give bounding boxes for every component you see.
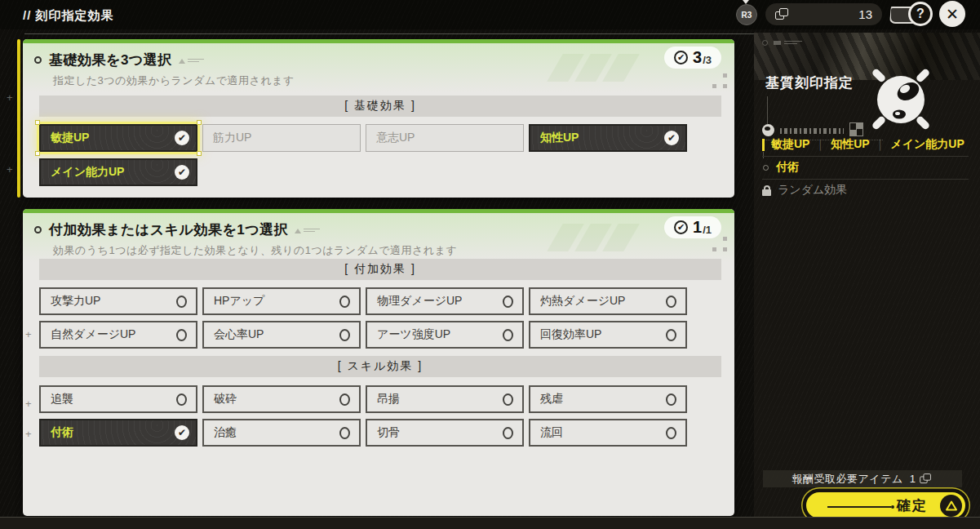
qr-decoration: [850, 123, 862, 136]
check-circle-icon: ✔: [674, 51, 688, 64]
radio-circle-icon: [666, 296, 676, 308]
sidebar-divider: [762, 156, 969, 157]
selection-counter: ✔ 3 /3: [664, 47, 721, 69]
plus-decoration: +: [25, 428, 32, 440]
option-button-heal[interactable]: 治癒: [202, 419, 361, 447]
option-button-will-up[interactable]: 意志UP: [366, 124, 524, 152]
help-button[interactable]: ?: [908, 2, 933, 26]
selected-basic-effects: 敏捷UP ｜ 知性UP ｜ メイン能力UP: [762, 137, 964, 152]
option-button-main-stat-up[interactable]: メイン能力UP ✔: [39, 158, 197, 186]
option-button-crit-rate-up[interactable]: 会心率UP: [202, 321, 361, 349]
panel-description: 効果のうち1つは必ず指定した効果となり、残りの1つはランダムで適用されます: [53, 243, 457, 258]
plus-decoration: +: [7, 163, 13, 176]
matrix-creature-icon: [867, 65, 935, 134]
plus-decoration: +: [7, 91, 13, 104]
page-title: // 刻印指定効果: [23, 0, 114, 29]
count-total: /1: [703, 224, 712, 236]
radio-circle-icon: [176, 329, 187, 341]
option-button-heat-dmg-up[interactable]: 灼熱ダメージUP: [529, 287, 687, 315]
option-button-flow-return[interactable]: 流回: [529, 419, 687, 447]
sidebar-line-decoration: [767, 96, 768, 124]
triangle-button-icon: [940, 495, 962, 517]
sphere-icon: [762, 124, 774, 136]
check-icon: ✔: [175, 165, 189, 180]
option-label: HPアップ: [214, 294, 264, 309]
selected-effect: メイン能力UP: [890, 137, 964, 152]
option-label: 残虐: [540, 392, 563, 407]
option-button-attack-up[interactable]: 攻撃力UP: [39, 287, 197, 315]
radio-circle-icon: [503, 427, 513, 439]
option-button-nature-dmg-up[interactable]: 自然ダメージUP: [39, 321, 197, 349]
sidebar-title: 基質刻印指定: [765, 73, 854, 92]
check-circle-icon: ✔: [674, 220, 688, 234]
circle-bullet-icon: [763, 165, 769, 171]
option-button-shatter[interactable]: 破砕: [202, 385, 361, 413]
radio-circle-icon: [503, 393, 513, 406]
option-label: 敏捷UP: [51, 131, 89, 145]
active-panel-indicator: [17, 39, 20, 198]
section-header-basic: [ 基礎効果 ]: [39, 96, 721, 117]
panel-description: 指定した3つの効果からランダムで適用されます: [53, 73, 295, 88]
header-watermark: [555, 54, 628, 82]
item-count: 13: [858, 7, 872, 21]
option-label: 破砕: [214, 392, 237, 407]
option-button-hp-up[interactable]: HPアップ: [202, 287, 361, 315]
check-icon: ✔: [664, 131, 679, 145]
section-header-skill: [ スキル効果 ]: [39, 356, 721, 377]
option-button-agility-up[interactable]: 敏捷UP ✔: [39, 124, 197, 152]
reward-label: 報酬受取必要アイテム: [792, 472, 903, 487]
selection-counter: ✔ 1 /1: [664, 216, 721, 238]
option-button-enchant[interactable]: 付術 ✔: [39, 419, 197, 447]
option-button-strength-up[interactable]: 筋力UP: [202, 124, 361, 152]
check-icon: ✔: [175, 131, 189, 145]
radio-circle-icon: [503, 329, 513, 341]
option-button-intellect-up[interactable]: 知性UP ✔: [529, 124, 687, 152]
imprint-item-icon: [920, 473, 932, 484]
yellow-marker: [762, 139, 765, 151]
option-label: メイン能力UP: [51, 165, 124, 180]
option-label: 知性UP: [540, 131, 579, 145]
radio-circle-icon: [503, 296, 513, 308]
radio-circle-icon: [339, 329, 350, 341]
option-button-cruelty[interactable]: 残虐: [529, 385, 687, 413]
option-label: 追襲: [51, 392, 73, 407]
option-button-arts-strength-up[interactable]: アーツ強度UP: [366, 321, 524, 349]
r3-shortcut-button[interactable]: R3: [736, 4, 757, 25]
option-button-bone-cut[interactable]: 切骨: [366, 419, 524, 447]
radio-circle-icon: [339, 427, 350, 439]
panel-bullet-icon: [34, 56, 42, 64]
radio-circle-icon: [176, 393, 187, 406]
item-counter[interactable]: 13: [765, 3, 882, 25]
option-button-healing-up[interactable]: 回復効率UP: [529, 321, 687, 349]
option-label: 意志UP: [376, 131, 415, 145]
option-button-exaltation[interactable]: 昂揚: [366, 385, 524, 413]
sidebar-divider: [762, 179, 969, 180]
confirm-label: 確定: [897, 496, 928, 515]
tick-decoration: [763, 152, 764, 158]
option-button-physical-dmg-up[interactable]: 物理ダメージUP: [366, 287, 524, 315]
random-effect-row: ランダム効果: [762, 183, 847, 198]
header-watermark: [555, 224, 628, 251]
title-decoration: [179, 56, 206, 64]
radio-circle-icon: [666, 393, 676, 406]
option-button-pursuit[interactable]: 追襲: [39, 385, 197, 413]
radio-circle-icon: [339, 296, 350, 308]
selected-effect: 知性UP: [831, 137, 869, 152]
dots-decoration: [712, 237, 729, 253]
option-label: 筋力UP: [213, 131, 251, 145]
section-header-additional: [ 付加効果 ]: [39, 259, 721, 280]
option-label: 会心率UP: [214, 327, 264, 342]
lock-icon: [762, 185, 771, 196]
option-label: 物理ダメージUP: [377, 294, 462, 309]
confirm-line-decoration: [827, 506, 891, 508]
close-button[interactable]: ✕: [939, 1, 965, 27]
extra-effects-panel: 付加効果またはスキル効果を1つ選択 効果のうち1つは必ず指定した効果となり、残り…: [23, 209, 734, 516]
barcode-decoration: [780, 128, 844, 134]
summary-sidebar: 基質刻印指定 敏捷UP ｜ 知性UP ｜ メイン能力UP 付術: [754, 33, 980, 529]
count-current: 3: [693, 48, 702, 67]
confirm-button[interactable]: 確定: [805, 491, 967, 520]
selected-skill-effect: 付術: [762, 160, 799, 175]
radio-circle-icon: [339, 393, 350, 406]
panel-title: 基礎効果を3つ選択: [49, 51, 172, 69]
count-current: 1: [693, 218, 702, 237]
